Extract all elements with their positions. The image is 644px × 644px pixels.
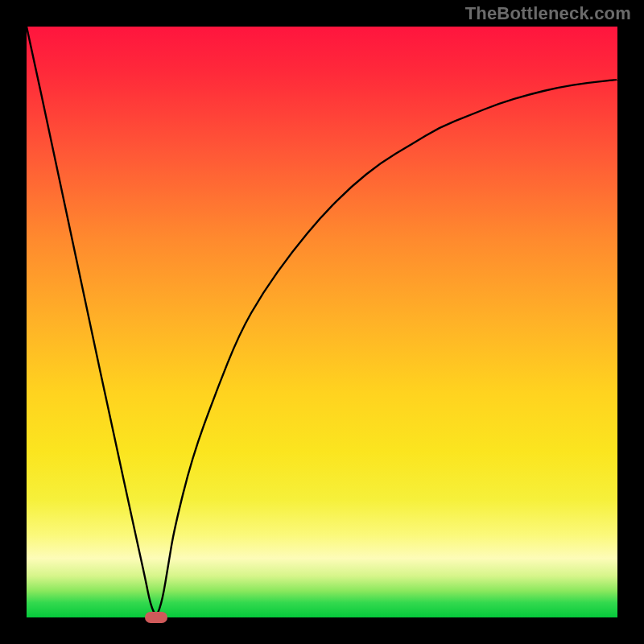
curve-path xyxy=(27,27,617,614)
chart-frame: TheBottleneck.com xyxy=(0,0,644,644)
watermark-text: TheBottleneck.com xyxy=(465,3,631,24)
optimum-marker xyxy=(145,612,167,623)
bottleneck-curve xyxy=(27,27,617,617)
